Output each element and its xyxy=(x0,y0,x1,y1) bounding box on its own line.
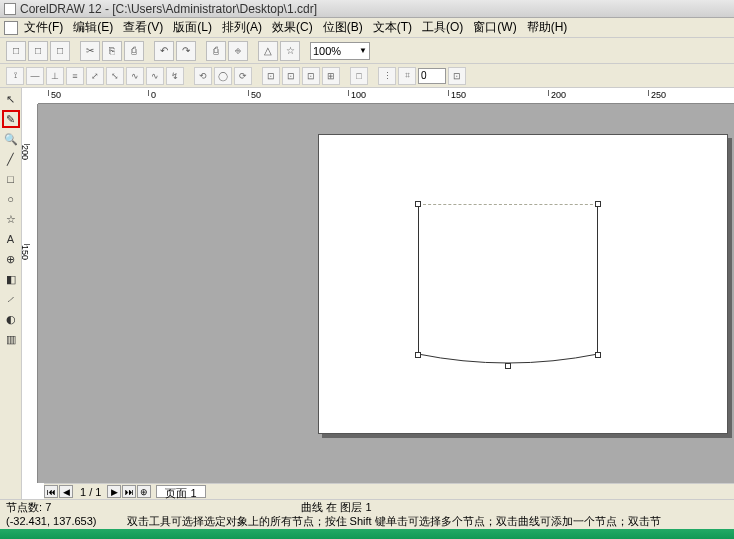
prop-btn-19[interactable]: ⊡ xyxy=(448,67,466,85)
page-tab[interactable]: 页面 1 xyxy=(156,485,205,498)
chevron-down-icon: ▼ xyxy=(359,46,367,55)
cursor-coords: (-32.431, 137.653) xyxy=(6,515,97,527)
menu-window[interactable]: 窗口(W) xyxy=(473,19,516,36)
paste-button[interactable]: ⎙ xyxy=(124,41,144,61)
pager-add[interactable]: ⊕ xyxy=(137,485,151,498)
property-bar: ⟟ — ⊥ ≡ ⤢ ⤡ ∿ ∿ ↯ ⟲ ◯ ⟳ ⊡ ⊡ ⊡ ⊞ □ ⋮ ⌗ 0 … xyxy=(0,64,734,88)
prop-btn-1[interactable]: — xyxy=(26,67,44,85)
menu-view[interactable]: 查看(V) xyxy=(123,19,163,36)
work-area: ↖ ✎ 🔍 ╱ □ ○ ☆ A ⊕ ◧ ⟋ ◐ ▥ 50 0 50 100 15… xyxy=(0,88,734,499)
prop-btn-15[interactable]: ⊞ xyxy=(322,67,340,85)
menu-arrange[interactable]: 排列(A) xyxy=(222,19,262,36)
pager-first[interactable]: ⏮ xyxy=(44,485,58,498)
save-button[interactable]: □ xyxy=(50,41,70,61)
ruler-tick: 100 xyxy=(348,90,366,96)
freehand-tool[interactable]: ╱ xyxy=(2,150,20,168)
canvas-viewport[interactable] xyxy=(38,104,734,483)
fill-tool[interactable]: ◐ xyxy=(2,310,20,328)
ruler-tick: 150 xyxy=(24,244,30,260)
eyedropper-tool[interactable]: ◧ xyxy=(2,270,20,288)
menu-effects[interactable]: 效果(C) xyxy=(272,19,313,36)
prop-btn-10[interactable]: ◯ xyxy=(214,67,232,85)
prop-btn-4[interactable]: ⤢ xyxy=(86,67,104,85)
new-button[interactable]: □ xyxy=(6,41,26,61)
open-button[interactable]: □ xyxy=(28,41,48,61)
pick-tool[interactable]: ↖ xyxy=(2,90,20,108)
shape-button[interactable]: △ xyxy=(258,41,278,61)
node-count-label: 节点数: xyxy=(6,501,42,513)
ellipse-tool[interactable]: ○ xyxy=(2,190,20,208)
menu-bar: 文件(F) 编辑(E) 查看(V) 版面(L) 排列(A) 效果(C) 位图(B… xyxy=(0,18,734,38)
text-tool[interactable]: A xyxy=(2,230,20,248)
node[interactable] xyxy=(595,352,601,358)
ruler-tick: 150 xyxy=(448,90,466,96)
title-text: CorelDRAW 12 - [C:\Users\Administrator\D… xyxy=(20,0,317,18)
prop-btn-17[interactable]: ⋮ xyxy=(378,67,396,85)
pager-last[interactable]: ⏭ xyxy=(122,485,136,498)
prop-btn-6[interactable]: ∿ xyxy=(126,67,144,85)
prop-btn-0[interactable]: ⟟ xyxy=(6,67,24,85)
menu-text[interactable]: 文本(T) xyxy=(373,19,412,36)
prop-btn-11[interactable]: ⟳ xyxy=(234,67,252,85)
menu-tools[interactable]: 工具(O) xyxy=(422,19,463,36)
zoom-tool[interactable]: 🔍 xyxy=(2,130,20,148)
ruler-tick: 0 xyxy=(148,90,156,96)
prop-btn-2[interactable]: ⊥ xyxy=(46,67,64,85)
pager-prev[interactable]: ◀ xyxy=(59,485,73,498)
page-navigator: ⏮ ◀ 1 / 1 ▶ ⏭ ⊕ 页面 1 xyxy=(44,483,734,499)
menu-file[interactable]: 文件(F) xyxy=(24,19,63,36)
prop-btn-18[interactable]: ⌗ xyxy=(398,67,416,85)
node[interactable] xyxy=(595,201,601,207)
interactive-tool[interactable]: ⊕ xyxy=(2,250,20,268)
node[interactable] xyxy=(415,201,421,207)
prop-btn-16[interactable]: □ xyxy=(350,67,368,85)
node[interactable] xyxy=(415,352,421,358)
toolbox: ↖ ✎ 🔍 ╱ □ ○ ☆ A ⊕ ◧ ⟋ ◐ ▥ xyxy=(0,88,22,499)
ruler-horizontal: 50 0 50 100 150 200 250 300 xyxy=(38,88,734,104)
zoom-combo[interactable]: 100% ▼ xyxy=(310,42,370,60)
prop-btn-13[interactable]: ⊡ xyxy=(282,67,300,85)
cut-button[interactable]: ✂ xyxy=(80,41,100,61)
menu-layout[interactable]: 版面(L) xyxy=(173,19,212,36)
node[interactable] xyxy=(505,363,511,369)
polygon-tool[interactable]: ☆ xyxy=(2,210,20,228)
prop-btn-14[interactable]: ⊡ xyxy=(302,67,320,85)
star-button[interactable]: ☆ xyxy=(280,41,300,61)
redo-button[interactable]: ↷ xyxy=(176,41,196,61)
curve-object[interactable] xyxy=(418,204,598,366)
prop-btn-5[interactable]: ⤡ xyxy=(106,67,124,85)
shape-tool[interactable]: ✎ xyxy=(2,110,20,128)
hint-text: 双击工具可选择选定对象上的所有节点；按住 Shift 键单击可选择多个节点；双击… xyxy=(127,514,661,529)
doc-icon xyxy=(4,21,18,35)
menu-edit[interactable]: 编辑(E) xyxy=(73,19,113,36)
undo-button[interactable]: ↶ xyxy=(154,41,174,61)
prop-btn-7[interactable]: ∿ xyxy=(146,67,164,85)
ruler-tick: 200 xyxy=(548,90,566,96)
prop-btn-8[interactable]: ↯ xyxy=(166,67,184,85)
import-button[interactable]: ⎙ xyxy=(206,41,226,61)
prop-field[interactable]: 0 xyxy=(418,68,446,84)
status-bar: 节点数: 7 曲线 在 图层 1 (-32.431, 137.653) 双击工具… xyxy=(0,499,734,539)
rectangle-tool[interactable]: □ xyxy=(2,170,20,188)
standard-toolbar: □ □ □ ✂ ⎘ ⎙ ↶ ↷ ⎙ ⎆ △ ☆ 100% ▼ xyxy=(0,38,734,64)
app-icon xyxy=(4,3,16,15)
prop-btn-9[interactable]: ⟲ xyxy=(194,67,212,85)
layer-info: 曲线 在 图层 1 xyxy=(301,500,371,515)
pasteboard xyxy=(38,104,734,483)
pager-value: 1 / 1 xyxy=(80,486,101,498)
node-count-value: 7 xyxy=(45,501,51,513)
pager-next[interactable]: ▶ xyxy=(107,485,121,498)
ruler-tick: 50 xyxy=(48,90,61,96)
copy-button[interactable]: ⎘ xyxy=(102,41,122,61)
ruler-vertical: 200 150 xyxy=(22,104,38,483)
ruler-tick: 250 xyxy=(648,90,666,96)
menu-help[interactable]: 帮助(H) xyxy=(527,19,568,36)
export-button[interactable]: ⎆ xyxy=(228,41,248,61)
outline-tool[interactable]: ⟋ xyxy=(2,290,20,308)
prop-btn-3[interactable]: ≡ xyxy=(66,67,84,85)
prop-btn-12[interactable]: ⊡ xyxy=(262,67,280,85)
ruler-area: 50 0 50 100 150 200 250 300 200 150 xyxy=(22,88,734,499)
interactive-fill-tool[interactable]: ▥ xyxy=(2,330,20,348)
menu-bitmap[interactable]: 位图(B) xyxy=(323,19,363,36)
title-bar: CorelDRAW 12 - [C:\Users\Administrator\D… xyxy=(0,0,734,18)
